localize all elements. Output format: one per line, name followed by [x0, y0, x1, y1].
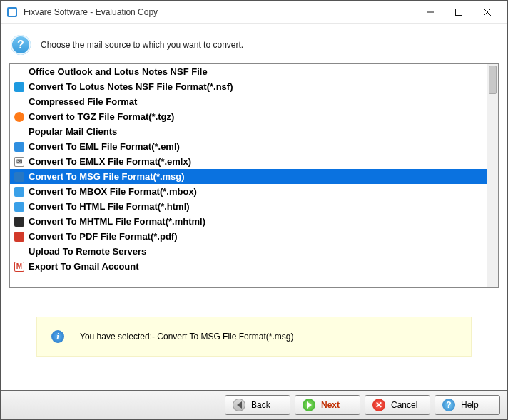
list-item-label: Convert To MSG File Format(*.msg): [26, 169, 185, 184]
list-group-header: Upload To Remote Servers: [10, 244, 487, 259]
tgz-icon: [13, 112, 26, 122]
back-button-label: Back: [251, 400, 270, 410]
svg-rect-1: [9, 9, 16, 16]
list-item-label: Convert To MHTML File Format(*.mhtml): [26, 214, 205, 229]
list-item-label: Office Outlook and Lotus Notes NSF File: [26, 64, 208, 79]
titlebar: Fixvare Software - Evaluation Copy: [1, 1, 507, 24]
back-button[interactable]: Back: [225, 395, 290, 415]
list-item[interactable]: Convert To HTML File Format(*.html): [10, 199, 487, 214]
info-icon: i: [51, 330, 64, 343]
list-item[interactable]: Convert To MSG File Format(*.msg): [10, 169, 487, 184]
list-item[interactable]: Convert To MBOX File Format(*.mbox): [10, 184, 487, 199]
list-item-label: Convert to TGZ File Format(*.tgz): [26, 109, 174, 124]
eml-icon: [13, 142, 26, 152]
list-item[interactable]: Convert To Lotus Notes NSF File Format(*…: [10, 79, 487, 94]
list-item-label: Upload To Remote Servers: [26, 244, 146, 259]
cancel-button-label: Cancel: [391, 400, 417, 410]
footer-divider: [1, 389, 507, 389]
selection-status-bar: i You have selected:- Convert To MSG Fil…: [36, 317, 472, 357]
msg-icon: [13, 172, 26, 182]
list-item-label: Convert To HTML File Format(*.html): [26, 199, 190, 214]
help-button-label: Help: [461, 400, 479, 410]
format-list-container: Office Outlook and Lotus Notes NSF FileC…: [9, 63, 499, 288]
list-item-label: Convert To EMLX File Format(*.emlx): [26, 154, 191, 169]
selection-status-prefix: You have selected:-: [80, 332, 157, 342]
instruction-text: Choose the mail source to which you want…: [41, 40, 243, 50]
mhtml-icon: [13, 217, 26, 227]
list-item[interactable]: Convert To MHTML File Format(*.mhtml): [10, 214, 487, 229]
list-item-label: Compressed File Format: [26, 94, 137, 109]
format-list[interactable]: Office Outlook and Lotus Notes NSF FileC…: [10, 64, 487, 287]
cancel-button[interactable]: ✕ Cancel: [365, 395, 430, 415]
list-scrollbar[interactable]: [487, 64, 498, 287]
list-item-label: Convert To Lotus Notes NSF File Format(*…: [26, 79, 233, 94]
cancel-icon: ✕: [372, 399, 385, 411]
selection-status-text: You have selected:- Convert To MSG File …: [80, 332, 293, 342]
maximize-button[interactable]: [444, 2, 473, 22]
list-group-header: Office Outlook and Lotus Notes NSF File: [10, 64, 487, 79]
list-item-label: Convert To MBOX File Format(*.mbox): [26, 184, 197, 199]
next-arrow-icon: [303, 399, 315, 411]
list-item[interactable]: Convert to TGZ File Format(*.tgz): [10, 109, 487, 124]
selection-status-value: Convert To MSG File Format(*.msg): [157, 332, 293, 342]
window-title: Fixvare Software - Evaluation Copy: [24, 7, 416, 17]
list-item-label: Convert To EML File Format(*.eml): [26, 139, 180, 154]
pdf-icon: [13, 232, 26, 242]
list-item-label: Popular Mail Clients: [26, 124, 117, 139]
list-item-label: Export To Gmail Account: [26, 259, 139, 274]
next-button[interactable]: Next: [295, 395, 360, 415]
help-icon: ?: [442, 399, 455, 411]
list-item[interactable]: ✉Convert To EMLX File Format(*.emlx): [10, 154, 487, 169]
help-button[interactable]: ? Help: [435, 395, 500, 415]
nsf-icon: [13, 82, 26, 92]
wizard-header: ? Choose the mail source to which you wa…: [1, 24, 507, 63]
svg-rect-3: [456, 9, 462, 15]
list-item[interactable]: MExport To Gmail Account: [10, 259, 487, 274]
app-window: Fixvare Software - Evaluation Copy ? Cho…: [0, 0, 508, 420]
wizard-button-bar: Back Next ✕ Cancel ? Help: [1, 390, 507, 419]
close-button[interactable]: [473, 2, 502, 22]
help-hint-icon: ?: [11, 35, 31, 55]
back-arrow-icon: [233, 399, 245, 411]
emlx-icon: ✉: [13, 157, 26, 167]
next-button-label: Next: [321, 400, 340, 410]
list-item[interactable]: Convert To EML File Format(*.eml): [10, 139, 487, 154]
list-group-header: Compressed File Format: [10, 94, 487, 109]
mbox-icon: [13, 187, 26, 197]
gmail-icon: M: [13, 262, 26, 272]
html-icon: [13, 202, 26, 212]
scrollbar-thumb[interactable]: [489, 66, 497, 94]
app-icon: [6, 6, 18, 18]
minimize-button[interactable]: [416, 2, 444, 22]
list-item[interactable]: Convert To PDF File Format(*.pdf): [10, 229, 487, 244]
list-group-header: Popular Mail Clients: [10, 124, 487, 139]
list-item-label: Convert To PDF File Format(*.pdf): [26, 229, 177, 244]
